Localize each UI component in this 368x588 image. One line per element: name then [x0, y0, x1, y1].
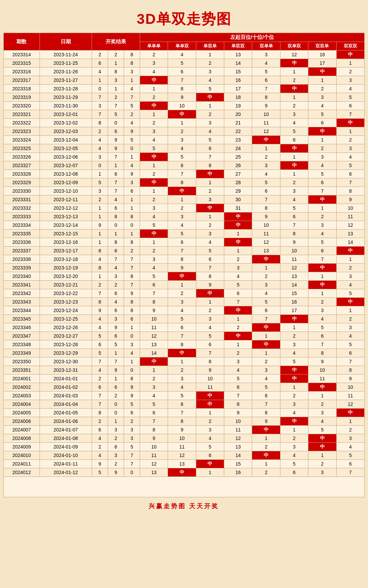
cell-val-4: 7 [252, 195, 280, 204]
cell-val-7: 3 [336, 76, 364, 85]
cell-val-5: 6 [280, 136, 308, 144]
cell-val-3: 6 [224, 383, 252, 392]
table-row: 20233402023-12-201385中8421313 [4, 272, 365, 281]
cell-val-1: 中 [168, 110, 196, 119]
cell-val-1: 4 [168, 306, 196, 315]
cell-date: 2023-12-08 [40, 170, 92, 178]
cell-date: 2023-12-07 [40, 161, 92, 170]
cell-result-1: 9 [108, 144, 124, 153]
cell-val-5: 3 [280, 443, 308, 451]
cell-date: 2024-01-05 [40, 409, 92, 417]
cell-val-3: 10 [224, 417, 252, 426]
cell-val-3: 1 [224, 340, 252, 349]
cell-val-4: 6 [252, 187, 280, 195]
cell-date: 2023-12-28 [40, 340, 92, 349]
cell-date: 2023-11-24 [40, 50, 92, 59]
cell-val-2: 6 [196, 144, 224, 153]
cell-result-0: 1 [92, 238, 108, 247]
cell-val-0: 1 [140, 366, 168, 374]
cell-date: 2023-12-17 [40, 247, 92, 255]
cell-val-2: 1 [196, 409, 224, 417]
cell-val-7: 5 [336, 161, 364, 170]
cell-result-0: 2 [92, 443, 108, 451]
cell-date: 2023-12-06 [40, 153, 92, 161]
cell-val-2: 4 [196, 323, 224, 332]
cell-result-1: 9 [108, 136, 124, 144]
cell-val-1: 2 [168, 289, 196, 298]
cell-val-0: 3 [140, 59, 168, 68]
cell-val-2: 5 [196, 332, 224, 340]
cell-val-1: 7 [168, 76, 196, 85]
cell-val-5: 中 [280, 59, 308, 68]
cell-result-0: 8 [92, 247, 108, 255]
header-row-1: 期数 日期 开奖结果 左起百位/十位/个位 [4, 33, 365, 42]
cell-result-1: 8 [108, 68, 124, 76]
cell-result-0: 2 [92, 417, 108, 426]
table-row: 20233332023-12-13188431中96211 [4, 212, 365, 221]
cell-val-3: 19 [224, 102, 252, 110]
cell-val-0: 1 [140, 85, 168, 93]
cell-result-2: 0 [124, 144, 140, 153]
cell-result-0: 5 [92, 468, 108, 477]
cell-val-5: 中 [280, 315, 308, 323]
cell-val-2: 3 [196, 195, 224, 204]
cell-val-5: 1 [280, 153, 308, 161]
table-row: 20233462023-12-2649111642中153 [4, 323, 365, 332]
cell-val-2: 1 [196, 212, 224, 221]
cell-val-0: 3 [140, 204, 168, 212]
cell-val-5: 15 [280, 289, 308, 298]
cell-val-5: 中 [280, 374, 308, 383]
cell-val-2: 1 [196, 178, 224, 187]
cell-val-7: 4 [336, 85, 364, 93]
cell-val-1: 5 [168, 230, 196, 238]
cell-result-2: 8 [124, 59, 140, 68]
cell-val-4: 3 [252, 50, 280, 59]
cell-val-3: 26 [224, 161, 252, 170]
cell-result-2: 6 [124, 315, 140, 323]
col-header-result: 开奖结果 [92, 33, 140, 50]
cell-val-6: 6 [308, 247, 336, 255]
cell-val-0: 中 [140, 178, 168, 187]
cell-result-0: 4 [92, 434, 108, 443]
col-sub-4: 单双双 [224, 42, 252, 50]
cell-result-0: 5 [92, 349, 108, 357]
cell-period: 2023335 [4, 230, 40, 238]
cell-val-5: 3 [280, 400, 308, 409]
cell-result-1: 4 [108, 298, 124, 306]
cell-period: 2023328 [4, 170, 40, 178]
cell-date: 2023-11-26 [40, 68, 92, 76]
cell-result-1: 7 [108, 102, 124, 110]
cell-val-2: 9 [196, 366, 224, 374]
cell-date: 2024-01-09 [40, 443, 92, 451]
cell-val-2: 3 [196, 119, 224, 127]
cell-result-0: 2 [92, 127, 108, 136]
cell-result-2: 1 [124, 153, 140, 161]
cell-result-1: 3 [108, 451, 124, 460]
cell-val-7: 5 [336, 93, 364, 102]
cell-val-5: 2 [280, 102, 308, 110]
cell-val-0: 14 [140, 349, 168, 357]
cell-result-1: 7 [108, 153, 124, 161]
cell-val-4: 中 [252, 323, 280, 332]
table-row: 20240092024-01-09265101151323中4 [4, 443, 365, 451]
cell-val-4: 1 [252, 332, 280, 340]
cell-val-7: 11 [336, 212, 364, 221]
cell-val-4: 1 [252, 460, 280, 468]
cell-period: 2023334 [4, 221, 40, 230]
cell-result-2: 3 [124, 434, 140, 443]
cell-val-2: 6 [196, 451, 224, 460]
table-row: 20233322023-12-1216132中3185110 [4, 204, 365, 212]
cell-result-1: 9 [108, 366, 124, 374]
table-row: 20233502023-12-30771中1832597 [4, 357, 365, 366]
page-title: 3D单双走势图 [3, 3, 365, 33]
cell-val-1: 9 [168, 93, 196, 102]
cell-val-3: 31 [224, 204, 252, 212]
cell-date: 2023-12-10 [40, 187, 92, 195]
cell-date: 2023-12-23 [40, 298, 92, 306]
cell-val-6: 9 [308, 357, 336, 366]
cell-val-0: 中 [140, 153, 168, 161]
cell-date: 2024-01-02 [40, 383, 92, 392]
cell-val-0: 2 [140, 195, 168, 204]
cell-result-0: 4 [92, 255, 108, 264]
cell-date: 2023-12-25 [40, 315, 92, 323]
